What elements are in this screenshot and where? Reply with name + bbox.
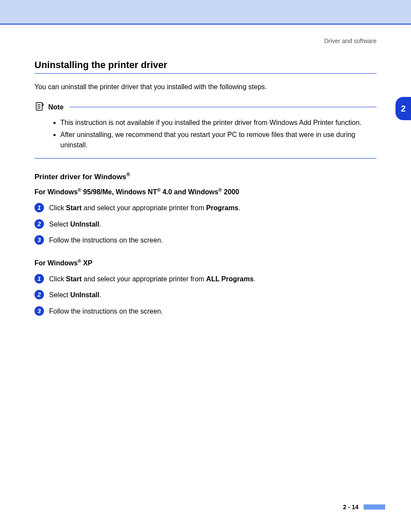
- step-text: Click Start and select your appropriate …: [49, 274, 255, 284]
- note-item: This instruction is not available if you…: [60, 118, 377, 128]
- top-banner: [0, 0, 411, 24]
- step-item: 3 Follow the instructions on the screen.: [34, 235, 377, 245]
- breadcrumb: Driver and software: [34, 37, 377, 44]
- chapter-tab: 2: [395, 97, 411, 120]
- step-item: 2 Select UnInstall.: [34, 219, 377, 229]
- step-number-badge: 3: [34, 235, 44, 245]
- step-text: Select UnInstall.: [49, 219, 101, 229]
- footer-accent-bar: [364, 504, 385, 510]
- steps-list: 1 Click Start and select your appropriat…: [34, 203, 377, 245]
- step-number-badge: 2: [34, 290, 44, 299]
- step-text: Click Start and select your appropriate …: [49, 203, 240, 213]
- sub-heading: Printer driver for Windows®: [34, 171, 377, 181]
- note-block: Note This instruction is not available i…: [34, 101, 377, 159]
- note-header: Note: [34, 101, 377, 113]
- step-number-badge: 1: [34, 203, 44, 212]
- step-number-badge: 3: [34, 306, 44, 316]
- note-header-line: [70, 107, 377, 107]
- page-number: 2 - 14: [343, 504, 358, 510]
- step-text: Select UnInstall.: [49, 290, 101, 300]
- step-text: Follow the instructions on the screen.: [49, 306, 163, 316]
- note-item: After uninstalling, we recommend that yo…: [60, 130, 377, 150]
- page-title: Uninstalling the printer driver: [34, 59, 377, 74]
- note-label: Note: [48, 103, 64, 111]
- step-item: 1 Click Start and select your appropriat…: [34, 203, 377, 213]
- step-item: 1 Click Start and select your appropriat…: [34, 274, 377, 284]
- sub-sub-heading: For Windows® XP: [34, 258, 377, 267]
- sub-sub-heading: For Windows® 95/98/Me, Windows NT® 4.0 a…: [34, 187, 377, 196]
- intro-text: You can uninstall the printer driver tha…: [34, 82, 377, 92]
- note-icon: [34, 101, 45, 113]
- section-group: Printer driver for Windows® For Windows®…: [34, 171, 377, 316]
- step-item: 2 Select UnInstall.: [34, 290, 377, 300]
- note-list: This instruction is not available if you…: [34, 113, 377, 159]
- page-footer: 2 - 14: [343, 504, 385, 510]
- step-text: Follow the instructions on the screen.: [49, 235, 163, 245]
- step-number-badge: 2: [34, 219, 44, 229]
- page-content: Driver and software Uninstalling the pri…: [0, 25, 411, 316]
- step-number-badge: 1: [34, 274, 44, 283]
- step-item: 3 Follow the instructions on the screen.: [34, 306, 377, 316]
- steps-list: 1 Click Start and select your appropriat…: [34, 274, 377, 316]
